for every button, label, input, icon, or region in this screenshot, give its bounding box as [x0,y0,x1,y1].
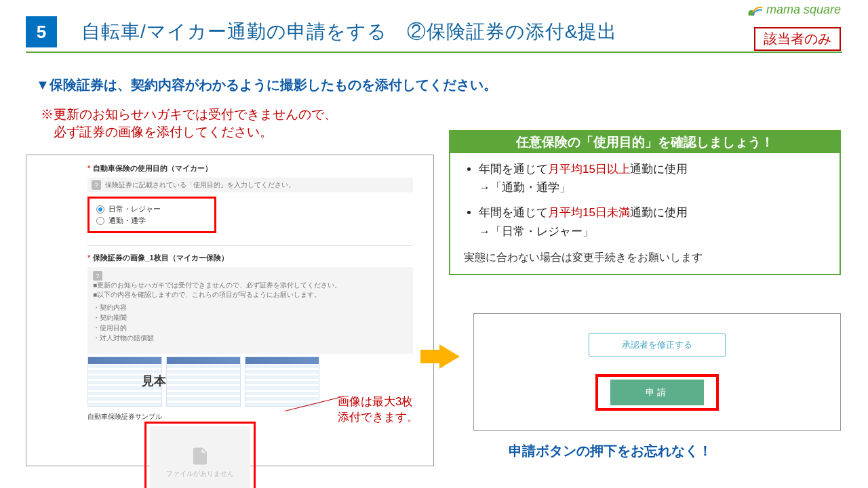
main-instruction: ▼保険証券は、契約内容がわかるように撮影したものを添付してください。 [36,76,497,94]
arrow-icon [439,344,460,369]
info-box-header: 任意保険の「使用目的」を確認しましょう！ [450,131,840,153]
usage-purpose-radio-group: 日常・レジャー 通勤・通学 [87,197,216,233]
radio-leisure[interactable]: 日常・レジャー [96,204,208,214]
image-limit-callout: 画像は最大3枚添付できます。 [338,394,418,426]
check-items-list: ・契約内容 ・契約期間 ・使用目的 ・対人対物の賠償額 [93,302,408,343]
file-icon [190,446,210,466]
file-placeholder-text: ファイルがありません [166,469,234,479]
section2-label: *保険証券の画像_1枚目（マイカー保険） [87,253,413,263]
usage-purpose-info-box: 任意保険の「使用目的」を確認しましょう！ 年間を通じて月平均15日以上通勤に使用… [449,130,841,275]
edit-approver-button[interactable]: 承認者を修正する [589,333,726,357]
sample-overlay-text: 見本 [142,373,166,389]
submit-reminder: 申請ボタンの押下をお忘れなく！ [509,442,712,460]
submit-highlight: 申請 [595,374,719,411]
info-box-footer: 実態に合わない場合は変更手続きをお願いします [464,249,826,266]
file-upload-highlight: ファイルがありません [144,422,256,488]
radio-commute[interactable]: 通勤・通学 [96,216,208,226]
warning-line-1: ※更新のお知らせハガキでは受付できませんので、 [41,107,337,121]
step-number: 5 [26,16,57,47]
section1-label: *自動車保険の使用目的（マイカー） [87,163,413,174]
page-header: 5 自転車/マイカー通勤の申請をする ②保険証券の添付&提出 [26,16,842,53]
info-item-1: 年間を通じて月平均15日以上通勤に使用 →「通勤・通学」 [479,160,826,197]
info-item-2: 年間を通じて月平均15日未満通勤に使用 →「日常・レジャー」 [479,203,826,240]
page-title: 自転車/マイカー通勤の申請をする ②保険証券の添付&提出 [81,19,842,45]
warning-instruction: ※更新のお知らせハガキでは受付できませんので、 必ず証券の画像を添付してください… [41,106,337,140]
file-upload-box[interactable]: ファイルがありません [150,426,250,488]
sample-image-2 [166,357,241,407]
warning-line-2: 必ず証券の画像を添付してください。 [41,125,273,139]
submit-screenshot-right: 承認者を修正する 申請 [473,313,841,431]
section2-hint: ■更新のお知らせハガキでは受付できませんので、必ず証券を添付してください。 ■以… [87,267,413,354]
info-box-body: 年間を通じて月平均15日以上通勤に使用 →「通勤・通学」 年間を通じて月平均15… [450,153,840,274]
submit-button[interactable]: 申請 [610,380,704,405]
brand-logo: mama square [746,3,841,17]
sample-image-3 [245,357,319,407]
logo-text: mama square [766,3,841,17]
section1-hint: 保険証券に記載されている「使用目的」を入力してください。 [87,178,413,192]
